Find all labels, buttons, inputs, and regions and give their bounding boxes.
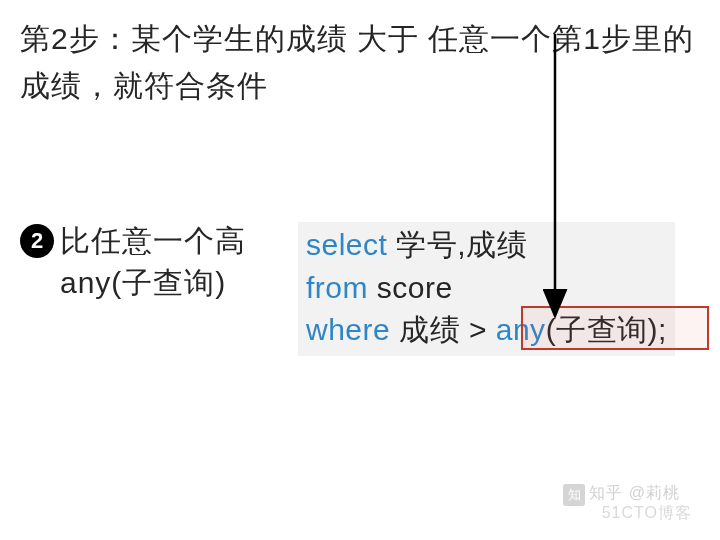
code-line-1: select 学号,成绩 (306, 224, 667, 267)
keyword-any: any (496, 313, 546, 346)
sql-code-block: select 学号,成绩 from score where 成绩 > any(子… (298, 222, 675, 356)
code-text: 成绩 > (390, 313, 496, 346)
watermark-51cto: 51CTO博客 (602, 503, 692, 524)
zhihu-icon: 知 (563, 484, 585, 506)
step-heading: 第2步：某个学生的成绩 大于 任意一个第1步里的成绩，就符合条件 (20, 16, 700, 109)
keyword-from: from (306, 271, 368, 304)
code-line-3: where 成绩 > any(子查询); (306, 309, 667, 352)
code-text: 学号,成绩 (387, 228, 527, 261)
bullet-text: 比任意一个高 any(子查询) (60, 220, 246, 304)
code-text: score (368, 271, 453, 304)
watermark-zhihu: 知乎 @莉桃 (589, 483, 680, 504)
keyword-select: select (306, 228, 387, 261)
code-text: (子查询); (546, 313, 667, 346)
svg-text:知: 知 (568, 487, 581, 502)
keyword-where: where (306, 313, 390, 346)
bullet-row: 2 比任意一个高 any(子查询) (20, 220, 246, 304)
bullet-number-circle: 2 (20, 224, 54, 258)
bullet-line-1: 比任意一个高 (60, 224, 246, 257)
code-line-2: from score (306, 267, 667, 310)
bullet-line-2: any(子查询) (60, 266, 226, 299)
